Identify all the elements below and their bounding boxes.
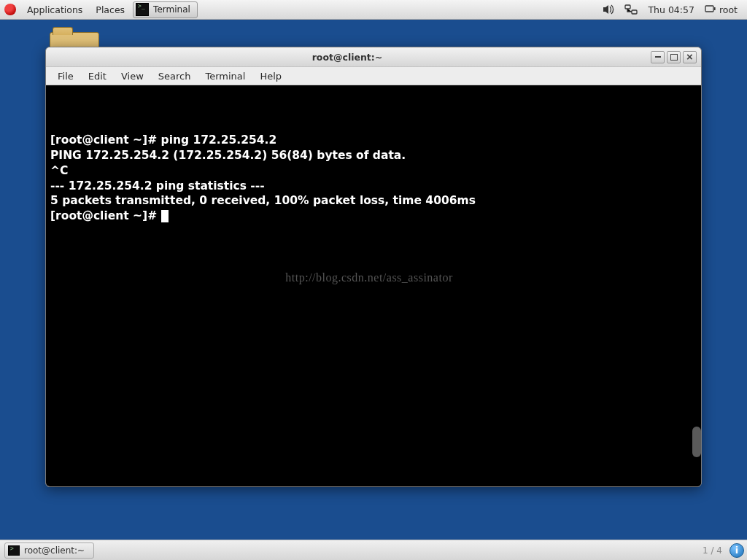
menu-search[interactable]: Search	[151, 67, 198, 85]
terminal-menubar: File Edit View Search Terminal Help	[46, 67, 701, 85]
menu-terminal[interactable]: Terminal	[198, 67, 252, 85]
terminal-line: PING 172.25.254.2 (172.25.254.2) 56(84) …	[50, 148, 688, 163]
taskbar-terminal-label: Terminal	[153, 4, 190, 15]
bottom-right-tray: 1 / 4 i	[703, 543, 747, 558]
applications-menu[interactable]: Applications	[20, 0, 89, 20]
network-icon[interactable]	[619, 0, 643, 20]
menu-help[interactable]: Help	[252, 67, 289, 85]
terminal-scrollbar[interactable]	[692, 85, 701, 486]
minimize-button[interactable]	[651, 51, 665, 63]
top-panel: Applications Places Terminal Thu 04:57 r…	[0, 0, 747, 20]
terminal-line: ^C	[50, 163, 688, 179]
svg-rect-0	[625, 5, 630, 9]
menu-edit[interactable]: Edit	[81, 67, 114, 85]
terminal-cursor	[161, 210, 169, 222]
places-menu[interactable]: Places	[89, 0, 131, 20]
terminal-line: --- 172.25.254.2 ping statistics ---	[50, 179, 688, 194]
bottom-task-button[interactable]: root@client:~	[4, 542, 94, 559]
window-titlebar[interactable]: root@client:~	[46, 47, 701, 67]
watermark-text: http://blog.csdn.net/ass_assinator	[285, 270, 452, 286]
menu-view[interactable]: View	[114, 67, 151, 85]
window-title: root@client:~	[46, 52, 649, 63]
svg-rect-3	[714, 7, 716, 10]
close-button[interactable]	[683, 51, 697, 63]
svg-rect-1	[632, 10, 637, 14]
clock[interactable]: Thu 04:57	[643, 0, 699, 20]
taskbar-terminal-button[interactable]: Terminal	[133, 1, 198, 18]
distro-logo-icon[interactable]	[4, 4, 16, 15]
terminal-window: root@client:~ File Edit View Search Term…	[45, 47, 702, 487]
workspace-indicator[interactable]: 1 / 4	[703, 545, 725, 556]
terminal-line: [root@client ~]#	[50, 209, 688, 224]
user-menu[interactable]: root	[700, 0, 743, 20]
bottom-task-label: root@client:~	[24, 545, 85, 556]
terminal-output[interactable]: http://blog.csdn.net/ass_assinator [root…	[46, 85, 692, 486]
terminal-icon	[136, 3, 149, 16]
maximize-button[interactable]	[667, 51, 681, 63]
info-icon[interactable]: i	[729, 543, 744, 558]
bottom-panel: root@client:~ 1 / 4 i	[0, 540, 747, 560]
terminal-line: 5 packets transmitted, 0 received, 100% …	[50, 193, 688, 209]
terminal-body: http://blog.csdn.net/ass_assinator [root…	[46, 85, 701, 486]
terminal-line: [root@client ~]# ping 172.25.254.2	[50, 133, 688, 148]
scroll-thumb[interactable]	[692, 427, 701, 457]
user-label: root	[719, 4, 738, 15]
terminal-icon	[8, 545, 20, 556]
desktop: Applications Places Terminal Thu 04:57 r…	[0, 0, 747, 560]
window-buttons	[649, 51, 701, 63]
menu-file[interactable]: File	[50, 67, 81, 85]
system-tray: Thu 04:57 root	[597, 0, 747, 20]
volume-icon[interactable]	[597, 0, 619, 20]
svg-rect-2	[705, 6, 713, 12]
